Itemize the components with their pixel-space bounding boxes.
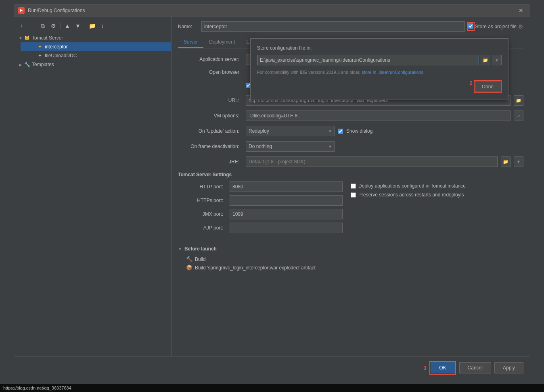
frame-deactivation-label: On frame deactivation: — [178, 144, 243, 149]
tree-arrow-templates: ▶ — [17, 61, 24, 68]
ajp-port-row: AJP port: — [178, 223, 343, 233]
move-up-button[interactable]: ▲ — [63, 21, 72, 30]
deploy-apps-label: Deploy applications configured in Tomcat… — [358, 183, 466, 189]
add-config-button[interactable]: + — [17, 21, 26, 30]
copy-config-button[interactable]: ⧉ — [38, 21, 47, 30]
store-settings-gear-button[interactable]: ⚙ — [518, 23, 523, 30]
templates-label: Templates — [32, 62, 54, 67]
deploy-apps-checkbox[interactable] — [351, 183, 356, 189]
step2-marker: 2 — [470, 80, 473, 93]
preserve-sessions-checkbox[interactable] — [351, 192, 356, 198]
update-action-select-wrapper: Redeploy ▼ — [246, 126, 335, 136]
jmx-port-input[interactable] — [230, 209, 343, 219]
popover-title: Store configuration file in: — [257, 45, 502, 51]
http-port-row: HTTP port: — [178, 181, 343, 192]
frame-deactivation-select-wrapper: Do nothing ▼ — [246, 141, 335, 152]
popover-path-input[interactable] — [257, 55, 479, 65]
interceptor-label: interceptor — [45, 44, 68, 50]
tomcat-server-group[interactable]: ▼ 🐱 Tomcat Server — [14, 33, 171, 42]
tomcat-icon: 🐱 — [24, 35, 30, 41]
interceptor-config-item[interactable]: ✦ interceptor — [21, 42, 171, 51]
vm-options-row: VM options: ⤢ — [178, 111, 523, 121]
deployment-tab[interactable]: Deployment — [203, 37, 241, 48]
tooltip-text: https://blog.csdn.net/qq_36937684 — [3, 386, 71, 390]
build-icon: 🔨 — [186, 256, 192, 262]
vm-options-input[interactable] — [246, 111, 511, 121]
open-browser-label: Open browser — [178, 69, 243, 75]
popover-compat-link[interactable]: store in .idea\runConfigurations. — [362, 70, 425, 75]
popover-done-button[interactable]: Done — [475, 81, 500, 92]
popover-browse-button[interactable]: 📁 — [481, 55, 490, 65]
tomcat-settings-section: Tomcat Server Settings HTTP port: HTTPs … — [178, 172, 523, 236]
update-action-row: On 'Update' action: Redeploy ▼ Show dial… — [178, 126, 523, 136]
vm-options-label: VM options: — [178, 113, 243, 119]
cancel-button[interactable]: Cancel — [459, 362, 491, 373]
toolbar-separator — [60, 23, 61, 29]
name-input[interactable] — [201, 21, 465, 32]
popover-input-row: 📁 ▼ — [257, 55, 502, 65]
show-dialog-checkbox[interactable] — [338, 129, 343, 134]
sidebar-toolbar: + − ⧉ ⚙ ▲ ▼ 📁 ↕ — [14, 20, 171, 32]
sort-button[interactable]: ↕ — [98, 21, 107, 30]
url-browse-button[interactable]: 📁 — [514, 95, 523, 106]
server-tab[interactable]: Server — [178, 37, 203, 48]
toolbar-separator-2 — [85, 23, 85, 29]
app-icon: ▶ — [18, 7, 25, 14]
jre-dropdown-button[interactable]: ▼ — [514, 156, 523, 167]
fileupload-config-item[interactable]: ✦ fileUploadDDC — [21, 51, 171, 60]
https-port-input[interactable] — [230, 195, 343, 206]
jmx-port-row: JMX port: — [178, 209, 343, 219]
http-port-input[interactable] — [230, 181, 343, 192]
ajp-port-input[interactable] — [230, 223, 343, 233]
popover-dropdown-button[interactable]: ▼ — [492, 55, 502, 65]
name-label: Name: — [178, 24, 198, 29]
popover-compat-prefix: For compatibility with IDE versions 2019… — [257, 70, 360, 75]
name-row: Name: Store as project file ⚙ — [178, 21, 523, 32]
tree-arrow-tomcat: ▼ — [17, 35, 24, 41]
popover-done-row: 2 Done — [257, 80, 502, 93]
move-down-button[interactable]: ▼ — [73, 21, 82, 30]
before-launch-section: ▼ Before launch 🔨 Build 📦 Build 'springm… — [178, 246, 523, 272]
preserve-sessions-row: Preserve sessions across restarts and re… — [351, 192, 466, 198]
vm-expand-button[interactable]: ⤢ — [514, 111, 523, 121]
tomcat-children: ✦ interceptor ✦ fileUploadDDC — [14, 42, 171, 60]
deploy-check-row: Deploy applications configured in Tomcat… — [351, 183, 466, 189]
before-launch-collapse-icon: ▼ — [178, 247, 182, 251]
folder-button[interactable]: 📁 — [88, 21, 96, 30]
store-checkbox-highlight — [468, 23, 473, 30]
apply-button[interactable]: Apply — [494, 362, 523, 373]
window-title: Run/Debug Configurations — [28, 8, 516, 13]
update-action-label: On 'Update' action: — [178, 128, 243, 134]
settings-config-button[interactable]: ⚙ — [49, 21, 58, 30]
ports-and-checks: HTTP port: HTTPs port: JMX port: AJ — [178, 181, 523, 236]
artifact-icon: 📦 — [186, 265, 192, 271]
frame-deactivation-row: On frame deactivation: Do nothing ▼ — [178, 141, 523, 152]
fileupload-label: fileUploadDDC — [45, 53, 77, 58]
store-config-popover: Store configuration file in: 📁 ▼ For com… — [250, 38, 508, 100]
tooltip-bar: https://blog.csdn.net/qq_36937684 — [0, 384, 544, 392]
jre-browse-button[interactable]: 📁 — [501, 156, 511, 167]
before-launch-header: ▼ Before launch — [178, 246, 523, 252]
artifact-label: Build 'springmvc_login_interceptor:war e… — [195, 265, 316, 271]
interceptor-icon: ✦ — [37, 44, 43, 50]
close-button[interactable]: ✕ — [516, 6, 526, 15]
before-launch-title: Before launch — [184, 246, 217, 252]
templates-group[interactable]: ▶ 🔧 Templates — [14, 60, 171, 69]
remove-config-button[interactable]: − — [28, 21, 37, 30]
https-port-row: HTTPs port: — [178, 195, 343, 206]
store-project-area: Store as project file ⚙ — [468, 23, 523, 30]
preserve-sessions-label: Preserve sessions across restarts and re… — [358, 192, 464, 198]
templates-wrench-icon: 🔧 — [24, 61, 30, 68]
url-label: URL: — [178, 98, 243, 103]
frame-deactivation-select[interactable]: Do nothing — [246, 141, 335, 152]
store-project-label: Store as project file — [475, 24, 517, 29]
http-port-label: HTTP port: — [178, 184, 226, 190]
jre-label: JRE: — [178, 159, 243, 165]
sidebar: + − ⧉ ⚙ ▲ ▼ 📁 ↕ ▼ 🐱 Tomcat Server ✦ — [14, 17, 172, 357]
update-action-select[interactable]: Redeploy — [246, 126, 335, 136]
deploy-checks-right: Deploy applications configured in Tomcat… — [351, 181, 466, 236]
jre-input[interactable] — [246, 156, 498, 167]
ok-button[interactable]: OK — [431, 362, 454, 373]
ok-button-highlight: OK — [429, 361, 456, 375]
store-as-project-checkbox[interactable] — [468, 23, 473, 29]
